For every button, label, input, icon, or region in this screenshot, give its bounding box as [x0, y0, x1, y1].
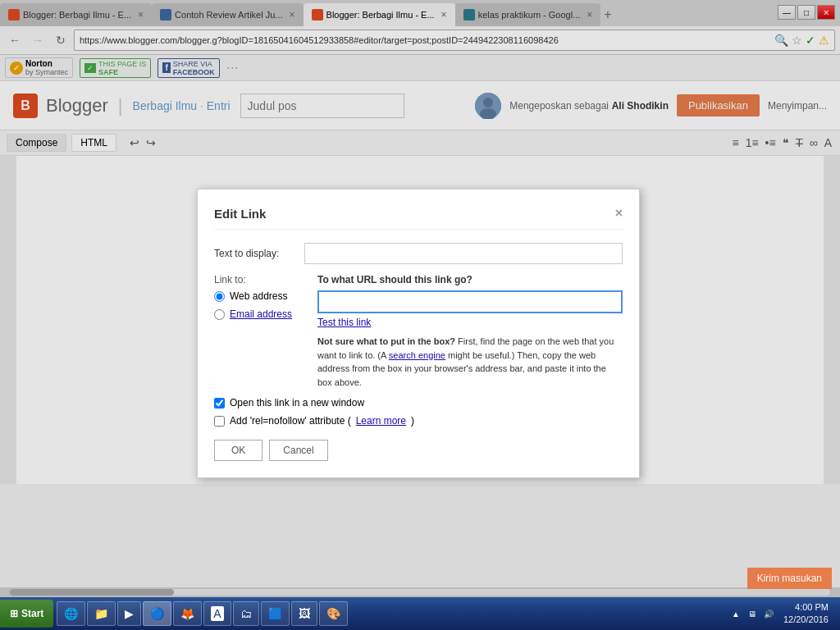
- link-to-options: Link to: Web address Email address: [214, 274, 304, 389]
- help-bold: Not sure what to put in the box?: [317, 336, 455, 346]
- taskbar: ⊞ Start 🌐 📁 ▶ 🔵 🦊 A 🗂 🟦 🖼 🎨: [0, 597, 840, 630]
- ie-icon: 🌐: [64, 607, 78, 620]
- network-icon[interactable]: 🖥: [746, 607, 759, 620]
- taskbar-app4[interactable]: 🖼: [291, 601, 317, 626]
- clock-date: 12/20/2016: [783, 614, 829, 626]
- chrome-icon: 🔵: [150, 607, 164, 620]
- web-address-label: Web address: [230, 290, 287, 302]
- web-address-option[interactable]: Web address: [214, 290, 304, 302]
- edit-link-dialog: Edit Link × Text to display: Link to: We…: [197, 189, 640, 478]
- new-window-row[interactable]: Open this link in a new window: [214, 397, 623, 409]
- taskbar-items: 🌐 📁 ▶ 🔵 🦊 A 🗂 🟦 🖼 🎨: [53, 601, 723, 626]
- app3-icon: 🟦: [268, 607, 282, 620]
- volume-icon[interactable]: 🔊: [762, 607, 775, 620]
- nofollow-end: ): [411, 415, 414, 427]
- cancel-button[interactable]: Cancel: [269, 440, 327, 461]
- text-display-label: Text to display:: [214, 248, 304, 259]
- app1-icon: A: [211, 606, 223, 621]
- systray: ▲ 🖥 🔊 4:00 PM 12/20/2016: [723, 601, 840, 627]
- taskbar-app5[interactable]: 🎨: [319, 601, 348, 626]
- app4-icon: 🖼: [299, 607, 310, 620]
- url-question: To what URL should this link go?: [317, 274, 623, 285]
- new-window-label: Open this link in a new window: [230, 397, 364, 409]
- app5-icon: 🎨: [326, 607, 340, 620]
- link-to-label: Link to:: [214, 274, 304, 285]
- feedback-button[interactable]: Kirim masukan: [747, 568, 832, 589]
- app2-icon: 🗂: [240, 607, 252, 620]
- nofollow-row[interactable]: Add 'rel=nofollow' attribute ( Learn mor…: [214, 415, 623, 427]
- show-hidden-icon[interactable]: ▲: [729, 607, 742, 620]
- taskbar-app2[interactable]: 🗂: [233, 601, 259, 626]
- url-input[interactable]: [317, 290, 623, 313]
- radio-options: Web address Email address: [214, 290, 304, 320]
- taskbar-chrome[interactable]: 🔵: [143, 601, 171, 626]
- dialog-title-text: Edit Link: [214, 207, 266, 221]
- taskbar-app3[interactable]: 🟦: [261, 601, 290, 626]
- text-display-row: Text to display:: [214, 243, 623, 264]
- url-section: To what URL should this link go? Test th…: [317, 274, 623, 389]
- start-button[interactable]: ⊞ Start: [0, 600, 53, 628]
- ok-button[interactable]: OK: [214, 440, 262, 461]
- taskbar-app1[interactable]: A: [203, 601, 231, 626]
- email-address-option[interactable]: Email address: [214, 308, 304, 320]
- dialog-close-button[interactable]: ×: [615, 206, 623, 221]
- nofollow-label: Add 'rel=nofollow' attribute (: [230, 415, 351, 427]
- firefox-icon: 🦊: [180, 607, 194, 620]
- learn-more-link[interactable]: Learn more: [356, 415, 406, 427]
- taskbar-firefox[interactable]: 🦊: [173, 601, 202, 626]
- search-engine-link[interactable]: search engine: [389, 350, 445, 360]
- system-clock: 4:00 PM 12/20/2016: [778, 601, 833, 627]
- taskbar-ie[interactable]: 🌐: [57, 601, 85, 626]
- explorer-icon: 📁: [94, 607, 108, 620]
- clock-time: 4:00 PM: [783, 601, 829, 614]
- help-text: Not sure what to put in the box? First, …: [317, 335, 623, 389]
- email-address-label[interactable]: Email address: [230, 308, 292, 320]
- dialog-title-bar: Edit Link ×: [214, 206, 623, 230]
- test-link[interactable]: Test this link: [317, 317, 371, 328]
- taskbar-media[interactable]: ▶: [117, 601, 141, 626]
- windows-icon: ⊞: [10, 608, 18, 619]
- email-address-radio[interactable]: [214, 309, 225, 320]
- taskbar-explorer[interactable]: 📁: [87, 601, 116, 626]
- dialog-buttons: OK Cancel: [214, 440, 623, 461]
- media-icon: ▶: [125, 607, 134, 620]
- text-display-input[interactable]: [304, 243, 623, 264]
- new-window-checkbox[interactable]: [214, 398, 225, 409]
- nofollow-checkbox[interactable]: [214, 416, 225, 427]
- web-address-radio[interactable]: [214, 291, 225, 302]
- link-to-section: Link to: Web address Email address To wh…: [214, 274, 623, 389]
